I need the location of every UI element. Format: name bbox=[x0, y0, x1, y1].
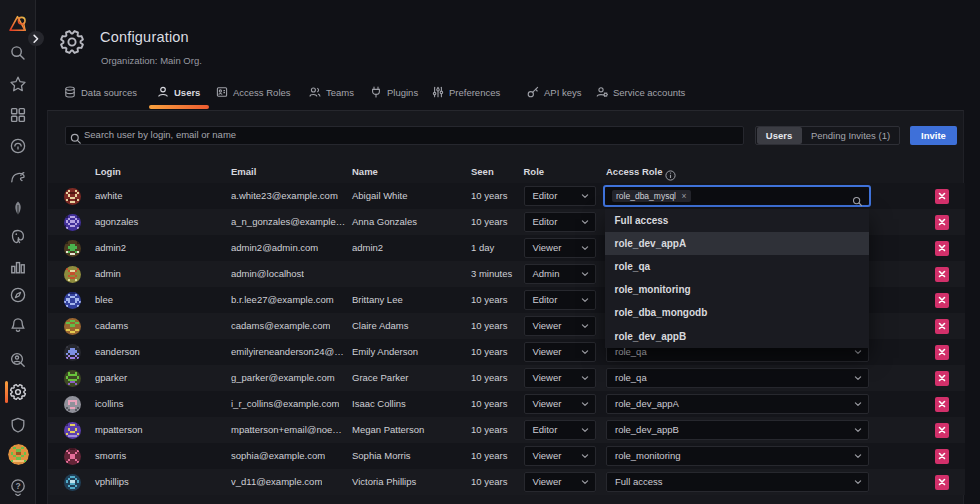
svg-text:?: ? bbox=[15, 481, 20, 491]
